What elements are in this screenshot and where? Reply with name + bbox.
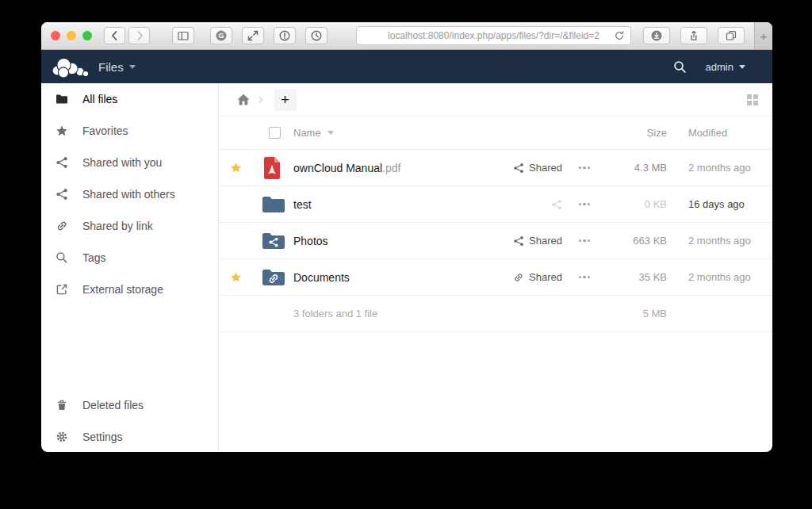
file-list-header: Name Size Modified bbox=[219, 117, 772, 150]
sidebar-item-favorites[interactable]: Favorites bbox=[41, 115, 218, 147]
share-icon bbox=[551, 199, 562, 210]
file-row-test[interactable]: test 0 KB 16 days ago bbox=[219, 186, 772, 223]
sidebar-item-label: Tags bbox=[82, 251, 106, 264]
file-modified: 2 months ago bbox=[667, 235, 772, 247]
shared-indicator[interactable]: Shared bbox=[459, 162, 562, 174]
reload-button[interactable] bbox=[613, 29, 626, 42]
tabs-overview-button[interactable] bbox=[718, 27, 745, 44]
favorite-star-icon[interactable] bbox=[230, 271, 242, 283]
minimize-window-button[interactable] bbox=[67, 31, 76, 40]
chevron-down-icon bbox=[739, 65, 745, 69]
app-switcher[interactable]: Files bbox=[98, 60, 136, 74]
files-main: › + Name Size Modified ownCloud Manual.p bbox=[219, 83, 772, 452]
link-icon bbox=[56, 220, 68, 232]
sidebar-item-label: Shared by link bbox=[82, 220, 153, 232]
new-tab-plus-icon: + bbox=[760, 29, 768, 43]
url-path: /index.php/apps/files/?dir=/&fileid=2 bbox=[449, 30, 599, 41]
sort-by-name-header[interactable]: Name bbox=[293, 127, 562, 139]
user-menu[interactable]: admin bbox=[706, 61, 745, 73]
sidebar-item-tags[interactable]: Tags bbox=[41, 242, 218, 274]
back-button[interactable] bbox=[104, 27, 125, 44]
extension-g-button[interactable]: G bbox=[210, 27, 232, 44]
history-clock-icon bbox=[310, 29, 323, 42]
file-modified: 2 months ago bbox=[667, 162, 772, 174]
column-name-label: Name bbox=[293, 127, 321, 139]
owncloud-logo-icon bbox=[51, 55, 89, 78]
share-icon bbox=[513, 163, 524, 174]
gear-icon bbox=[56, 431, 68, 443]
grid-view-toggle[interactable] bbox=[747, 94, 758, 105]
forward-button[interactable] bbox=[128, 27, 150, 44]
file-basename: Documents bbox=[293, 271, 350, 284]
file-basename: Photos bbox=[293, 235, 328, 247]
file-basename: ownCloud Manual bbox=[293, 162, 382, 174]
sidebar-toggle-icon bbox=[177, 29, 190, 42]
home-icon[interactable] bbox=[236, 93, 251, 107]
info-extension-button[interactable] bbox=[274, 27, 296, 44]
file-name[interactable]: test bbox=[293, 198, 459, 211]
star-icon bbox=[56, 124, 68, 137]
sidebar-item-label: Shared with others bbox=[82, 188, 175, 201]
search-icon[interactable] bbox=[673, 60, 687, 74]
expand-button[interactable] bbox=[242, 27, 264, 44]
downloads-button[interactable] bbox=[643, 27, 670, 44]
sidebar-item-all-files[interactable]: All files bbox=[41, 83, 218, 115]
chevron-down-icon bbox=[129, 65, 136, 69]
file-row-documents[interactable]: Documents Shared 35 KB 2 months ago bbox=[219, 259, 772, 296]
breadcrumb-bar: › + bbox=[219, 83, 772, 117]
forward-chevron-icon bbox=[133, 29, 146, 42]
sidebar-item-external-storage[interactable]: External storage bbox=[41, 274, 218, 305]
share-button[interactable] bbox=[680, 27, 707, 44]
share-action[interactable] bbox=[459, 199, 562, 210]
sidebar-item-shared-by-link[interactable]: Shared by link bbox=[41, 210, 218, 242]
sidebar-item-settings[interactable]: Settings bbox=[41, 421, 218, 452]
expand-arrows-icon bbox=[247, 29, 259, 42]
select-all-checkbox[interactable] bbox=[269, 127, 281, 139]
file-modified: 16 days ago bbox=[667, 198, 772, 210]
link-folder-icon bbox=[262, 268, 285, 287]
column-size-label[interactable]: Size bbox=[607, 127, 667, 139]
shared-label: Shared bbox=[529, 235, 562, 247]
file-extension: .pdf bbox=[382, 162, 400, 174]
sidebar-item-deleted-files[interactable]: Deleted files bbox=[41, 389, 218, 421]
more-actions-button[interactable] bbox=[562, 203, 607, 205]
sidebar-toggle-button[interactable] bbox=[172, 27, 194, 44]
more-actions-button[interactable] bbox=[562, 166, 607, 169]
link-icon bbox=[513, 272, 524, 283]
zoom-window-button[interactable] bbox=[82, 31, 92, 40]
sidebar-item-shared-with-you[interactable]: Shared with you bbox=[41, 147, 218, 178]
file-row-photos[interactable]: Photos Shared 663 KB 2 months ago bbox=[219, 223, 772, 259]
history-button[interactable] bbox=[305, 27, 327, 44]
extension-g-icon: G bbox=[215, 29, 228, 42]
more-actions-button[interactable] bbox=[562, 276, 607, 278]
column-modified-label[interactable]: Modified bbox=[667, 127, 772, 139]
url-host: localhost:8080 bbox=[388, 30, 449, 41]
new-file-button[interactable]: + bbox=[274, 89, 297, 111]
file-name[interactable]: ownCloud Manual.pdf bbox=[293, 162, 459, 174]
file-basename: test bbox=[293, 198, 312, 211]
sidebar-item-label: Favorites bbox=[82, 124, 128, 137]
close-window-button[interactable] bbox=[51, 31, 60, 40]
browser-toolbar: G localhost:8080/index.php/apps/files/?d… bbox=[41, 22, 772, 50]
breadcrumb-chevron-icon: › bbox=[259, 91, 263, 107]
file-row-owncloud-manual[interactable]: ownCloud Manual.pdf Shared 4.3 MB 2 mont… bbox=[219, 150, 772, 186]
svg-text:G: G bbox=[218, 32, 224, 40]
file-modified: 2 months ago bbox=[667, 271, 772, 283]
share-sheet-icon bbox=[688, 29, 700, 42]
file-size: 35 KB bbox=[607, 271, 667, 283]
file-name[interactable]: Photos bbox=[293, 235, 459, 247]
info-circle-icon bbox=[278, 29, 291, 42]
shared-indicator[interactable]: Shared bbox=[459, 271, 562, 283]
favorite-star-icon[interactable] bbox=[230, 162, 242, 174]
sidebar-item-shared-with-others[interactable]: Shared with others bbox=[41, 178, 218, 210]
browser-window: G localhost:8080/index.php/apps/files/?d… bbox=[41, 22, 772, 452]
address-bar[interactable]: localhost:8080/index.php/apps/files/?dir… bbox=[356, 26, 631, 45]
new-tab-button[interactable]: + bbox=[754, 22, 772, 49]
downloads-icon bbox=[650, 29, 663, 42]
summary-text: 3 folders and 1 file bbox=[293, 308, 459, 320]
file-name[interactable]: Documents bbox=[293, 271, 459, 284]
file-size: 663 KB bbox=[607, 235, 667, 247]
more-actions-button[interactable] bbox=[562, 239, 607, 242]
shared-indicator[interactable]: Shared bbox=[459, 235, 562, 247]
sidebar-item-label: All files bbox=[82, 93, 117, 105]
